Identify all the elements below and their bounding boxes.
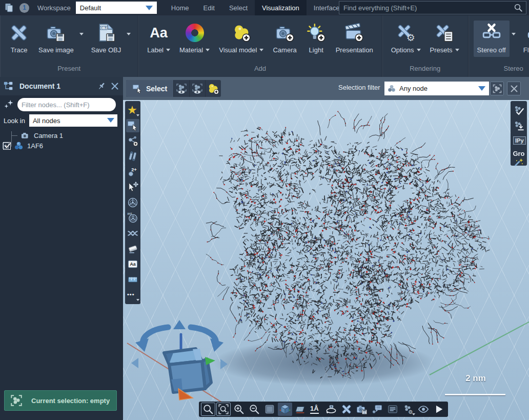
selection-filter-dropdown[interactable]: Any node xyxy=(384,82,489,95)
select-button[interactable]: Select xyxy=(126,80,173,97)
selection-status-text: Current selection: empty xyxy=(31,397,110,405)
presets-button[interactable]: Presets xyxy=(426,21,463,57)
bonds-button[interactable] xyxy=(126,150,139,163)
workspace-dropdown[interactable]: Default xyxy=(76,2,157,14)
document-panel: Document 1 Look in All nodes Camera 1 xyxy=(0,77,123,420)
note-icon xyxy=(372,404,383,415)
ground-plane-button[interactable] xyxy=(293,403,308,416)
light-label: Light xyxy=(309,46,323,54)
tab-visualization[interactable]: Visualization xyxy=(255,0,307,15)
samson-window: 1 Workspace Default HomeEditSelectVisual… xyxy=(0,0,529,420)
translate-xyz-button[interactable]: XYZ xyxy=(126,211,139,225)
label-aa-icon: Aa xyxy=(149,23,169,43)
tree-row-camera[interactable]: Camera 1 xyxy=(0,130,123,141)
ribbon-group-label: Stereo xyxy=(471,65,529,77)
selection-settings-button[interactable]: ⚙ xyxy=(401,403,415,416)
play-button[interactable] xyxy=(432,403,446,416)
orbit-camera-button[interactable] xyxy=(324,403,338,416)
workspace-label: Workspace xyxy=(37,4,71,12)
scale-bar-line xyxy=(445,394,505,395)
select-hidden-button[interactable] xyxy=(189,80,205,97)
visual-model-button[interactable]: Visual model xyxy=(215,21,267,57)
favorites-button[interactable]: ★ xyxy=(126,104,139,117)
gromacs-button[interactable]: Gro xyxy=(512,150,525,163)
chevron-down-icon[interactable] xyxy=(512,33,516,35)
more-tools-button[interactable]: ••• xyxy=(126,288,139,302)
clear-filter-button[interactable] xyxy=(507,82,521,95)
units-button[interactable]: 1Å xyxy=(309,403,323,416)
samson-home-button[interactable] xyxy=(339,403,354,416)
text-overlay-button[interactable] xyxy=(385,403,400,416)
close-icon[interactable] xyxy=(110,81,120,91)
zoom-in-button[interactable] xyxy=(232,403,246,416)
material-button[interactable]: Material xyxy=(176,21,213,57)
twist-button[interactable] xyxy=(126,227,139,240)
flip-eyes-button[interactable]: Flip eyes xyxy=(520,21,529,57)
sparkles-icon[interactable] xyxy=(3,99,14,110)
charge-button[interactable]: 2+ xyxy=(126,165,139,178)
chevron-down-icon[interactable] xyxy=(417,49,421,51)
visibility-checkbox[interactable] xyxy=(3,142,11,150)
zoom-selection-button[interactable] xyxy=(216,403,231,416)
chevron-down-icon[interactable] xyxy=(79,33,84,35)
light-button[interactable]: Light xyxy=(302,21,330,57)
selection-status-badge[interactable]: Current selection: empty xyxy=(4,390,117,411)
chevron-down-icon[interactable] xyxy=(206,49,210,51)
tree-label-structure[interactable]: 1AF6 xyxy=(27,142,43,150)
search-icon[interactable] xyxy=(514,3,523,12)
documents-icon[interactable] xyxy=(4,3,14,13)
tab-select[interactable]: Select xyxy=(222,0,255,15)
tree-row-structure[interactable]: + 1AF6 xyxy=(0,141,123,151)
search-input[interactable] xyxy=(339,4,514,12)
select-tool-button[interactable] xyxy=(126,119,139,132)
apply-filter-button[interactable] xyxy=(490,82,504,95)
stereo-off-button[interactable]: Stereo off xyxy=(474,21,510,57)
wheel-icon xyxy=(127,197,138,208)
save-image-button[interactable]: Save image xyxy=(35,21,77,57)
document-count-badge[interactable]: 1 xyxy=(19,3,29,13)
chevron-down-icon[interactable] xyxy=(127,33,131,35)
annotations-button[interactable] xyxy=(370,403,384,416)
validate-button[interactable] xyxy=(512,104,525,117)
tab-home[interactable]: Home xyxy=(164,0,196,15)
move-button[interactable] xyxy=(126,181,139,194)
background-button[interactable] xyxy=(262,403,277,416)
tab-edit[interactable]: Edit xyxy=(196,0,221,15)
label-button[interactable]: AaLabel xyxy=(144,21,174,57)
nav-cube-icon xyxy=(279,404,291,415)
navigation-cube-toggle-button[interactable] xyxy=(278,403,292,416)
chevron-down-icon[interactable] xyxy=(166,49,170,51)
measure-button[interactable] xyxy=(126,273,139,286)
save-viewport-image-button[interactable] xyxy=(355,403,369,416)
viewport[interactable]: Select Selection filter Any node xyxy=(123,77,529,420)
zoom-fit-button[interactable] xyxy=(201,403,215,416)
x-gear-icon: ⚙ xyxy=(396,23,416,43)
add-structure-button[interactable] xyxy=(126,134,139,148)
zoom-out-button[interactable] xyxy=(247,403,261,416)
chevron-down-icon xyxy=(146,6,153,10)
visibility-button[interactable] xyxy=(416,403,431,416)
charge-2p-icon: 2+ xyxy=(127,166,138,177)
import-button[interactable] xyxy=(512,119,525,132)
presentation-button[interactable]: Presentation xyxy=(332,21,377,57)
camera-floppy-icon xyxy=(46,23,66,43)
camera-button[interactable]: Camera xyxy=(269,21,300,57)
options-button[interactable]: ⚙Options xyxy=(388,21,424,57)
save-obj-button[interactable]: OBJSave OBJ xyxy=(88,21,125,57)
filter-nodes-input[interactable] xyxy=(22,101,112,109)
ipython-console-button[interactable]: IPy xyxy=(512,134,525,148)
rotate-button[interactable] xyxy=(126,196,139,209)
chevron-down-icon[interactable] xyxy=(259,49,263,51)
annotate-label-button[interactable]: Aa xyxy=(126,257,139,271)
selection-filter-value: Any node xyxy=(399,85,478,92)
select-visible-button[interactable] xyxy=(173,80,189,97)
add-visual-model-button[interactable] xyxy=(205,80,221,97)
trace-button[interactable]: Trace xyxy=(5,21,33,57)
camera-label: Camera xyxy=(273,46,296,54)
navigation-cube[interactable] xyxy=(128,313,231,410)
pin-icon[interactable] xyxy=(96,81,107,91)
tree-label-camera[interactable]: Camera 1 xyxy=(34,132,63,139)
chevron-down-icon[interactable] xyxy=(455,49,459,51)
look-in-dropdown[interactable]: All nodes xyxy=(29,114,117,127)
erase-button[interactable] xyxy=(126,242,139,255)
